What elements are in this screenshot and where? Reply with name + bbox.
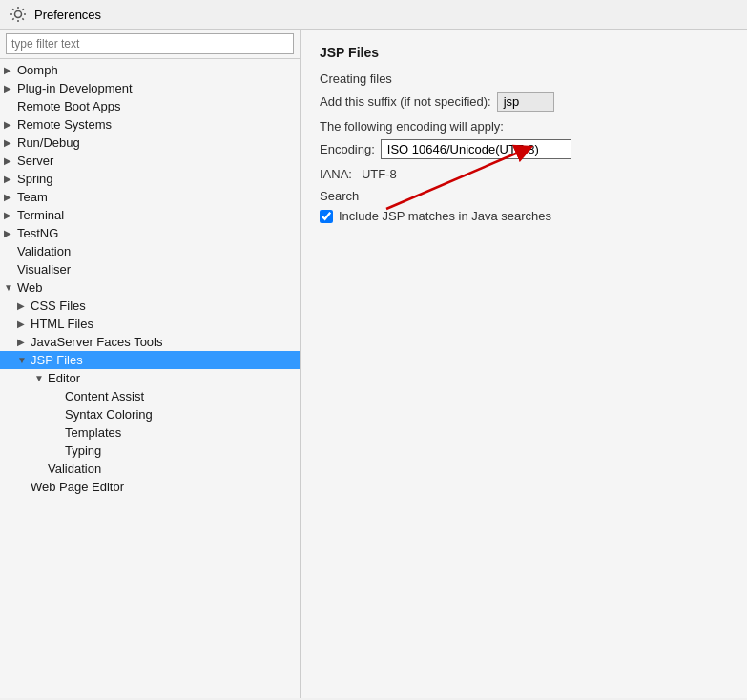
tree-label-visualiser: Visualiser: [17, 262, 71, 277]
tree-label-web-validation: Validation: [48, 462, 101, 476]
tree-item-validation[interactable]: Validation: [0, 242, 300, 260]
tree-arrow-plugin-dev: ▶: [4, 83, 17, 93]
iana-value: UTF-8: [362, 167, 397, 181]
suffix-value: jsp: [497, 92, 554, 112]
tree-label-spring: Spring: [17, 172, 53, 186]
tree-item-typing[interactable]: Typing: [0, 442, 300, 460]
tree-arrow-css-files: ▶: [17, 300, 31, 311]
tree-label-templates: Templates: [65, 425, 121, 440]
tree-item-templates[interactable]: Templates: [0, 423, 300, 442]
tree-label-server: Server: [17, 154, 53, 168]
tree-area: ▶Oomph▶Plug-in DevelopmentRemote Boot Ap…: [0, 59, 300, 698]
tree-arrow-terminal: ▶: [4, 210, 17, 220]
right-panel-title: JSP Files: [320, 45, 728, 60]
preferences-icon: [10, 6, 27, 23]
svg-point-0: [15, 11, 22, 18]
tree-item-syntax-coloring[interactable]: Syntax Coloring: [0, 405, 300, 423]
tree-label-team: Team: [17, 190, 48, 204]
main-container: ▶Oomph▶Plug-in DevelopmentRemote Boot Ap…: [0, 30, 747, 698]
tree-label-jsp-files: JSP Files: [31, 353, 83, 367]
tree-item-web-validation[interactable]: Validation: [0, 460, 300, 478]
tree-arrow-javaserver-faces: ▶: [17, 337, 31, 347]
tree-label-editor: Editor: [48, 371, 80, 385]
tree-item-terminal[interactable]: ▶Terminal: [0, 206, 300, 224]
search-section: Search Include JSP matches in Java searc…: [320, 189, 728, 223]
tree-label-html-files: HTML Files: [31, 317, 93, 331]
tree-arrow-run-debug: ▶: [4, 137, 17, 148]
tree-label-syntax-coloring: Syntax Coloring: [65, 407, 153, 422]
tree-item-server[interactable]: ▶Server: [0, 152, 300, 170]
tree-item-run-debug[interactable]: ▶Run/Debug: [0, 134, 300, 152]
tree-label-content-assist: Content Assist: [65, 389, 144, 403]
tree-item-editor[interactable]: ▼Editor: [0, 369, 300, 387]
tree-item-plugin-dev[interactable]: ▶Plug-in Development: [0, 79, 300, 97]
encoding-row: Encoding:: [320, 139, 728, 159]
encoding-input[interactable]: [381, 139, 571, 159]
title-bar-text: Preferences: [34, 8, 101, 22]
tree-item-web[interactable]: ▼Web: [0, 278, 300, 297]
tree-label-web-page-editor: Web Page Editor: [31, 480, 124, 494]
tree-item-html-files[interactable]: ▶HTML Files: [0, 315, 300, 333]
tree-label-css-files: CSS Files: [31, 299, 86, 313]
tree-label-remote-systems: Remote Systems: [17, 117, 112, 132]
tree-arrow-editor: ▼: [34, 373, 48, 383]
filter-input[interactable]: [6, 33, 294, 54]
checkbox-label: Include JSP matches in Java searches: [339, 209, 551, 223]
tree-item-team[interactable]: ▶Team: [0, 188, 300, 206]
checkbox-row: Include JSP matches in Java searches: [320, 209, 728, 223]
iana-row: IANA: UTF-8: [320, 167, 728, 181]
tree-item-testng[interactable]: ▶TestNG: [0, 224, 300, 242]
tree-arrow-web: ▼: [4, 282, 17, 293]
left-panel: ▶Oomph▶Plug-in DevelopmentRemote Boot Ap…: [0, 30, 301, 698]
iana-section: IANA: UTF-8: [320, 167, 728, 181]
suffix-label: Add this suffix (if not specified):: [320, 94, 491, 109]
suffix-row: Add this suffix (if not specified): jsp: [320, 92, 728, 112]
filter-input-wrap: [0, 30, 300, 59]
right-panel: JSP Files Creating files Add this suffix…: [301, 30, 747, 698]
tree-item-oomph[interactable]: ▶Oomph: [0, 61, 300, 79]
tree-item-visualiser[interactable]: Visualiser: [0, 260, 300, 278]
iana-label: IANA:: [320, 167, 352, 181]
tree-item-css-files[interactable]: ▶CSS Files: [0, 297, 300, 315]
tree-label-terminal: Terminal: [17, 208, 64, 222]
encoding-label: Encoding:: [320, 142, 375, 156]
tree-arrow-html-files: ▶: [17, 319, 31, 329]
tree-arrow-jsp-files: ▼: [17, 355, 31, 365]
tree-item-spring[interactable]: ▶Spring: [0, 170, 300, 188]
tree-label-oomph: Oomph: [17, 63, 58, 77]
tree-arrow-remote-systems: ▶: [4, 119, 17, 130]
tree-arrow-spring: ▶: [4, 174, 17, 184]
jsp-matches-checkbox[interactable]: [320, 210, 333, 223]
tree-item-remote-boot[interactable]: Remote Boot Apps: [0, 97, 300, 115]
tree-item-jsp-files[interactable]: ▼JSP Files: [0, 351, 300, 369]
encoding-applies-label: The following encoding will apply:: [320, 119, 728, 134]
tree-label-plugin-dev: Plug-in Development: [17, 81, 133, 95]
tree-arrow-oomph: ▶: [4, 65, 17, 75]
creating-files-label: Creating files: [320, 72, 728, 86]
tree-arrow-testng: ▶: [4, 228, 17, 238]
tree-label-typing: Typing: [65, 443, 101, 458]
tree-item-remote-systems[interactable]: ▶Remote Systems: [0, 115, 300, 134]
tree-label-validation: Validation: [17, 244, 71, 258]
tree-label-remote-boot: Remote Boot Apps: [17, 99, 120, 113]
tree-item-javaserver-faces[interactable]: ▶JavaServer Faces Tools: [0, 333, 300, 351]
tree-arrow-team: ▶: [4, 192, 17, 202]
tree-label-web: Web: [17, 280, 43, 295]
tree-item-content-assist[interactable]: Content Assist: [0, 387, 300, 405]
search-label: Search: [320, 189, 728, 203]
tree-arrow-server: ▶: [4, 155, 17, 166]
title-bar: Preferences: [0, 0, 747, 30]
tree-label-testng: TestNG: [17, 226, 58, 240]
tree-item-web-page-editor[interactable]: Web Page Editor: [0, 478, 300, 496]
tree-label-javaserver-faces: JavaServer Faces Tools: [31, 335, 163, 349]
tree-label-run-debug: Run/Debug: [17, 135, 80, 150]
